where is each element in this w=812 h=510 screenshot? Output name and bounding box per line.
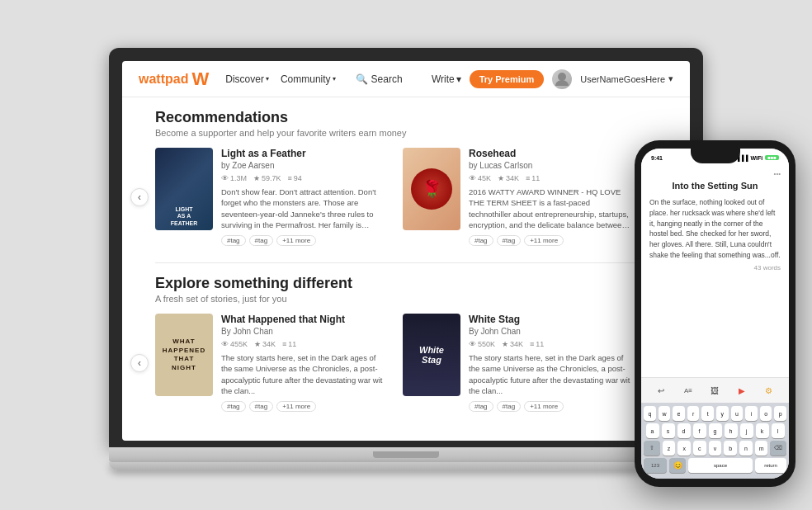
key-x[interactable]: x [677,441,691,456]
tag[interactable]: #tag [221,235,246,246]
explore-section: Explore something different A fresh set … [155,275,657,412]
write-chevron-icon: ▾ [456,73,461,85]
tag[interactable]: #tag [497,401,522,412]
book-title-light-feather[interactable]: Light as a Feather [221,148,386,159]
key-d[interactable]: d [677,423,691,438]
key-g[interactable]: g [709,423,722,438]
key-o[interactable]: o [760,406,772,421]
laptop-bezel: wattpad W Discover ▾ Community ▾ [109,48,703,447]
phone-keyboard: q w e r t y u i o p a s d [641,403,789,479]
svg-point-0 [558,73,566,81]
logo[interactable]: wattpad W [139,68,209,90]
key-r[interactable]: r [687,406,700,421]
cover-light-feather-text: LIGHTAS AFEATHER [171,206,198,227]
nav-community[interactable]: Community ▾ [281,73,336,85]
laptop-screen: wattpad W Discover ▾ Community ▾ [122,61,690,441]
phone-toolbar-more-button[interactable]: ⚙ [762,383,777,398]
book-cover-what-happened[interactable]: WHATHAPPENEDTHATNIGHT [155,314,213,396]
book-title-white-stag[interactable]: White Stag [469,314,634,325]
key-num[interactable]: 123 [644,458,667,473]
laptop-base [109,447,703,462]
key-delete[interactable]: ⌫ [770,441,786,456]
tag[interactable]: #tag [497,235,522,246]
book-stats-white-stag: 👁 550K ★ 34K [469,340,634,348]
tag-more[interactable]: +11 more [276,401,316,412]
list-icon: ≡ [526,174,530,182]
book-card-rosehead: 🌹 Rosehead by Lucas Carlson 👁 [403,148,634,246]
key-h[interactable]: h [725,423,738,438]
write-button[interactable]: Write ▾ [432,73,461,85]
key-e[interactable]: e [673,406,685,421]
key-t[interactable]: t [701,406,714,421]
key-y[interactable]: y [716,406,729,421]
eye-icon: 👁 [469,174,476,182]
key-q[interactable]: q [644,406,656,421]
nav-search[interactable]: 🔍 Search [356,73,403,85]
book-card-light-feather: LIGHTAS AFEATHER Light as a Feather by Z… [155,148,386,246]
key-b[interactable]: b [724,441,737,456]
key-v[interactable]: v [709,441,722,456]
stars-stat: ★ 59.7K [253,174,281,182]
user-info[interactable]: UserNameGoesHere ▾ [580,73,673,84]
tag-more[interactable]: +11 more [524,401,564,412]
section-divider [155,262,657,263]
key-k[interactable]: k [756,423,769,438]
phone-word-count: 43 words [649,264,781,272]
eye-icon: 👁 [221,340,229,348]
phone-menu-dots[interactable]: ••• [649,170,781,177]
logo-w-icon: W [191,68,209,90]
key-a[interactable]: a [646,423,659,438]
key-u[interactable]: u [731,406,744,421]
key-i[interactable]: i [745,406,758,421]
tag[interactable]: #tag [221,401,246,412]
key-p[interactable]: p [774,406,786,421]
phone-screen: 9:41 ▐▐▐ WiFi ■■■ ••• Into the Setting S… [641,149,789,479]
stars-stat: ★ 34K [498,174,519,182]
phone-toolbar: ↩ A≡ 🖼 ▶ ⚙ [641,377,789,403]
book-author-rosehead: by Lucas Carlson [469,161,634,170]
key-c[interactable]: c [693,441,706,456]
logo-text: wattpad [139,72,188,87]
key-s[interactable]: s [662,423,675,438]
user-chevron-icon: ▾ [668,73,673,84]
key-l[interactable]: l [772,423,785,438]
rosehead-rose-icon: 🌹 [411,168,452,210]
key-j[interactable]: j [740,423,753,438]
explore-subtitle: A fresh set of stories, just for you [155,294,657,304]
key-shift[interactable]: ⇧ [644,441,660,456]
key-space[interactable]: space [688,458,753,473]
book-cover-light-feather[interactable]: LIGHTAS AFEATHER [155,148,213,230]
keyboard-row-3: ⇧ z x c v b n m ⌫ [644,441,786,456]
nav-discover[interactable]: Discover ▾ [225,73,269,85]
carousel-prev-button[interactable]: ‹ [130,188,149,206]
book-tags-white-stag: #tag #tag +11 more [469,401,634,412]
key-emoji[interactable]: 😊 [669,458,686,473]
tag-more[interactable]: +11 more [276,235,316,246]
explore-carousel-prev-button[interactable]: ‹ [130,354,149,372]
key-w[interactable]: w [659,406,671,421]
tag-more[interactable]: +11 more [524,235,564,246]
phone-toolbar-undo-button[interactable]: ↩ [654,383,668,398]
try-premium-button[interactable]: Try Premium [470,70,545,88]
key-f[interactable]: f [693,423,706,438]
tag[interactable]: #tag [469,401,493,412]
book-cover-rosehead[interactable]: 🌹 [403,148,460,230]
book-cover-white-stag[interactable]: WhiteStag [403,314,460,396]
key-m[interactable]: m [755,441,768,456]
tag[interactable]: #tag [249,401,274,412]
book-title-rosehead[interactable]: Rosehead [469,148,634,159]
key-z[interactable]: z [663,441,676,456]
book-title-what-happened[interactable]: What Happened that Night [221,314,386,325]
phone-toolbar-image-button[interactable]: 🖼 [707,383,722,398]
cover-what-happened-text: WHATHAPPENEDTHATNIGHT [163,338,205,372]
search-icon: 🔍 [356,73,368,85]
tag[interactable]: #tag [249,235,274,246]
key-return[interactable]: return [755,458,786,473]
tag[interactable]: #tag [469,235,493,246]
phone-toolbar-font-button[interactable]: A≡ [681,383,696,398]
book-stats-what-happened: 👁 455K ★ 34K [221,340,386,348]
avatar [552,69,572,89]
discover-chevron-icon: ▾ [266,75,269,83]
key-n[interactable]: n [739,441,753,456]
phone-toolbar-video-button[interactable]: ▶ [734,383,749,398]
